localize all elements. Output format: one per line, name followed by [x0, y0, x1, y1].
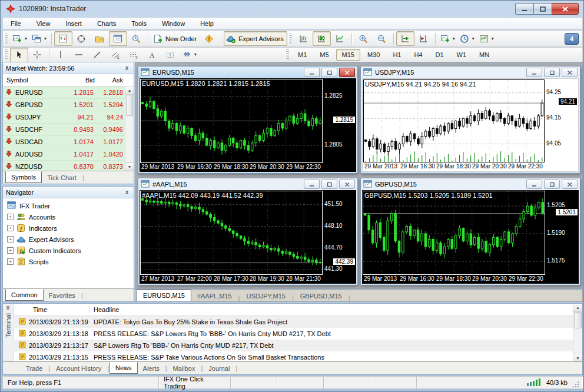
chart-window-titlebar[interactable]: #AAPL,M15: [138, 178, 357, 190]
market-watch-button[interactable]: [54, 31, 72, 46]
menu-view[interactable]: View: [29, 18, 58, 29]
column-headline[interactable]: Headline: [90, 306, 573, 313]
expand-plus-icon[interactable]: +: [7, 236, 14, 242]
chart-minimize-button[interactable]: [526, 68, 542, 77]
fibonacci-button[interactable]: F: [125, 48, 143, 62]
expand-plus-icon[interactable]: +: [7, 225, 14, 231]
chart-window-eurusd-m15[interactable]: EURUSD,M15EURUSD,M15 1.2820 1.2821 1.281…: [138, 66, 358, 174]
news-row[interactable]: 2013/03/29 21:13:17S&P Lowers Rtg To 'BB…: [13, 340, 573, 351]
chart-window-titlebar[interactable]: USDJPY,M15: [361, 67, 580, 78]
toolbar-grip[interactable]: [288, 34, 292, 44]
chart-close-button[interactable]: [562, 68, 578, 77]
timeframe-mn[interactable]: MN: [473, 49, 495, 61]
chart-window-titlebar[interactable]: GBPUSD,M15: [361, 178, 580, 190]
menu-insert[interactable]: Insert: [58, 18, 89, 29]
data-window-button[interactable]: [72, 31, 91, 46]
column-ask[interactable]: Ask: [95, 77, 125, 84]
news-row[interactable]: 2013/03/29 21:13:15PRESS RELEASE: S&P Ta…: [13, 351, 573, 362]
expand-plus-icon[interactable]: +: [7, 258, 14, 265]
market-watch-row-nzdusd[interactable]: NZDUSD0.83700.8373: [3, 161, 125, 171]
tab-common[interactable]: Common: [5, 289, 44, 301]
crosshair-button[interactable]: [28, 48, 47, 62]
tab-symbols[interactable]: Symbols: [5, 171, 42, 183]
close-button[interactable]: [552, 3, 579, 15]
chart-close-button[interactable]: [339, 180, 355, 189]
news-row[interactable]: 2013/03/29 21:13:19UPDATE: Tokyo Gas To …: [13, 316, 573, 328]
tree-item-ifx-trader[interactable]: IFX Trader: [3, 200, 134, 211]
market-watch-row-usdjpy[interactable]: USDJPY94.2194.24: [3, 111, 125, 124]
terminal-tab-news[interactable]: News: [110, 362, 138, 374]
chart-tab-usdjpy-m15[interactable]: USDJPY,M15: [240, 291, 291, 301]
market-watch-row-usdcad[interactable]: USDCAD1.01741.0177: [3, 136, 125, 148]
chart-plot-area[interactable]: [363, 191, 545, 275]
terminal-tab-alerts[interactable]: Alerts: [138, 363, 165, 374]
timeframe-h1[interactable]: H1: [387, 49, 407, 61]
scroll-down-icon[interactable]: ▼: [125, 162, 134, 171]
channel-button[interactable]: E: [107, 48, 125, 62]
chart-body[interactable]: USDJPY,M15 94.21 94.25 94.16 94.2194.259…: [362, 78, 579, 172]
chart-minimize-button[interactable]: [304, 180, 320, 189]
terminal-close-icon[interactable]: x: [4, 304, 12, 311]
maximize-button[interactable]: [533, 3, 552, 15]
chart-window-usdjpy-m15[interactable]: USDJPY,M15USDJPY,M15 94.21 94.25 94.16 9…: [360, 66, 580, 174]
timeframe-h4[interactable]: H4: [408, 49, 428, 61]
column-bid[interactable]: Bid: [63, 77, 95, 84]
terminal-tab-trade[interactable]: Trade: [21, 363, 48, 374]
timeframe-m1[interactable]: M1: [292, 49, 313, 61]
profiles-button[interactable]: ▾: [29, 31, 49, 46]
chart-restore-button[interactable]: [544, 68, 560, 77]
minimize-button[interactable]: [515, 3, 533, 15]
market-watch-row-eurusd[interactable]: EURUSD1.28151.2818: [3, 87, 125, 99]
templates-button[interactable]: ▾: [477, 31, 496, 46]
dropdown-caret-icon[interactable]: ▾: [44, 36, 47, 41]
toolbar-grip[interactable]: [4, 34, 8, 44]
expand-plus-icon[interactable]: +: [7, 214, 14, 220]
tree-item-scripts[interactable]: +Scripts: [3, 256, 134, 267]
menu-tools[interactable]: Tools: [124, 18, 154, 29]
chart-body[interactable]: GBPUSD,M15 1.5203 1.5205 1.5189 1.52011.…: [362, 190, 579, 284]
scroll-down-icon[interactable]: ▼: [573, 354, 582, 362]
periods-button[interactable]: ▾: [457, 31, 477, 46]
news-row[interactable]: 2013/03/29 21:13:18PRESS RELEASE: S&P Lo…: [13, 328, 573, 340]
scroll-thumb[interactable]: [574, 312, 582, 328]
trendline-button[interactable]: [88, 48, 107, 62]
market-watch-row-usdchf[interactable]: USDCHF0.94930.9496: [3, 124, 125, 136]
chart-restore-button[interactable]: [321, 180, 337, 189]
chart-window-aapl-m15[interactable]: #AAPL,M15#AAPL,M15 442.09 443.19 441.52 …: [138, 178, 358, 285]
zoom-in-button[interactable]: [354, 31, 373, 46]
chart-window-gbpusd-m15[interactable]: GBPUSD,M15GBPUSD,M15 1.5203 1.5205 1.518…: [360, 178, 580, 285]
tree-item-custom-indicators[interactable]: +fCustom Indicators: [3, 245, 134, 256]
market-watch-close-icon[interactable]: x: [123, 64, 131, 72]
menu-charts[interactable]: Charts: [89, 18, 124, 29]
chart-shift-button[interactable]: [414, 31, 433, 46]
dropdown-caret-icon[interactable]: ▾: [492, 36, 494, 41]
dropdown-caret-icon[interactable]: ▾: [453, 36, 455, 41]
timeframe-m5[interactable]: M5: [314, 49, 334, 61]
hline-button[interactable]: [70, 48, 88, 62]
text-label-button[interactable]: T: [161, 48, 180, 62]
terminal-tab-account-history[interactable]: Account History: [51, 363, 107, 374]
menu-file[interactable]: File: [3, 18, 29, 29]
menu-window[interactable]: Window: [154, 18, 193, 29]
notifications-badge[interactable]: 4: [565, 33, 579, 45]
tree-item-expert-advisors[interactable]: +Expert Advisors: [3, 234, 134, 245]
favorites-button[interactable]: [91, 31, 109, 46]
dropdown-caret-icon[interactable]: ▾: [472, 36, 474, 41]
zoom-out-button[interactable]: [373, 31, 391, 46]
indicators-button[interactable]: ▾: [438, 31, 457, 46]
chart-minimize-button[interactable]: [526, 180, 542, 189]
tree-item-indicators[interactable]: +fIndicators: [3, 222, 134, 234]
resize-grip-icon[interactable]: [572, 381, 580, 388]
new-order-button[interactable]: New Order: [151, 31, 200, 46]
timeframe-w1[interactable]: W1: [451, 49, 473, 61]
navigator-button[interactable]: [109, 31, 127, 46]
dropdown-caret-icon[interactable]: ▾: [25, 36, 27, 41]
auto-scroll-button[interactable]: [396, 31, 414, 46]
menu-help[interactable]: Help: [193, 18, 221, 29]
chart-close-button[interactable]: [562, 180, 578, 189]
chart-tab-gbpusd-m15[interactable]: GBPUSD,M15: [294, 291, 348, 301]
scroll-thumb[interactable]: [126, 95, 133, 116]
one-click-trading-cell[interactable]: IFX One Click Trading: [159, 377, 231, 388]
expand-plus-icon[interactable]: +: [7, 247, 14, 254]
cursor-button[interactable]: [10, 48, 28, 62]
